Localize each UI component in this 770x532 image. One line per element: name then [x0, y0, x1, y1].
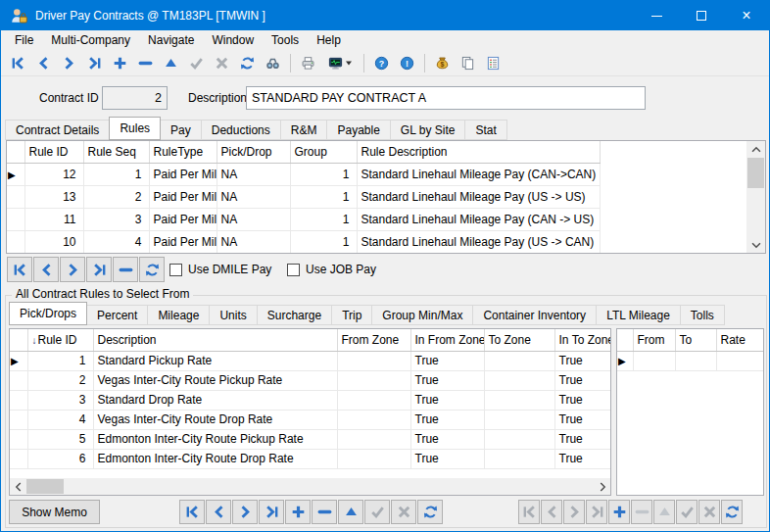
- cell-in-from-zone[interactable]: True: [410, 429, 484, 449]
- next-record-button[interactable]: [57, 51, 81, 74]
- main-tab[interactable]: Payable: [326, 120, 390, 140]
- cell-to[interactable]: [675, 351, 716, 370]
- cell-group[interactable]: 1: [290, 185, 357, 208]
- menu-item[interactable]: Navigate: [139, 31, 203, 49]
- about-button[interactable]: !: [395, 51, 419, 74]
- cell-rule-description[interactable]: Standard Linehaul Mileage Pay (US -> US): [357, 185, 600, 208]
- cell-description[interactable]: Edmonton Inter-City Route Pickup Rate: [93, 429, 337, 449]
- rule-type-tab[interactable]: Mileage: [147, 305, 210, 325]
- col-description[interactable]: Description: [93, 329, 337, 351]
- cell-rule-type[interactable]: Paid Per Mile: [149, 163, 217, 185]
- col-rule-id[interactable]: Rule ID: [24, 141, 83, 163]
- cell-pick-drop[interactable]: NA: [217, 208, 290, 230]
- refresh-button[interactable]: [721, 500, 743, 524]
- rules-delete-button[interactable]: [113, 257, 138, 282]
- cell-in-from-zone[interactable]: True: [410, 390, 484, 410]
- menu-item[interactable]: Multi-Company: [42, 31, 139, 49]
- cell-rule-id[interactable]: 3: [27, 390, 93, 410]
- main-tab[interactable]: Deductions: [201, 120, 281, 140]
- cell-in-to-zone[interactable]: True: [554, 429, 610, 449]
- cell-to-zone[interactable]: [484, 390, 554, 410]
- first-record-button[interactable]: [6, 51, 30, 74]
- cell-in-to-zone[interactable]: True: [554, 449, 610, 468]
- cell-description[interactable]: Vegas Inter-City Route Drop Rate: [93, 410, 337, 429]
- col-group[interactable]: Group: [290, 141, 357, 163]
- rate-grid-row[interactable]: ▶: [617, 351, 763, 370]
- first-button[interactable]: [518, 500, 540, 524]
- cell-group[interactable]: 1: [290, 163, 357, 185]
- use-job-pay-checkbox[interactable]: Use JOB Pay: [287, 263, 376, 276]
- cell-from-zone[interactable]: [337, 370, 410, 390]
- cell-rule-type[interactable]: Paid Per Mile: [149, 208, 217, 230]
- last-button[interactable]: [259, 500, 284, 524]
- cell-rule-id[interactable]: 10: [24, 230, 83, 253]
- cell-from-zone[interactable]: [337, 351, 410, 370]
- print-button[interactable]: [296, 51, 320, 74]
- rules-grid-row[interactable]: ▶ 12 1 Paid Per Mile NA 1 Standard Lineh…: [7, 163, 600, 185]
- cell-rule-description[interactable]: Standard Linehaul Mileage Pay (CAN->CAN): [357, 163, 600, 185]
- cell-in-to-zone[interactable]: True: [554, 410, 610, 429]
- col-rule-type[interactable]: RuleType: [149, 141, 217, 163]
- scrollbar-thumb[interactable]: [26, 479, 64, 494]
- delete-button[interactable]: [312, 500, 337, 524]
- rules-last-button[interactable]: [86, 257, 112, 282]
- help-button[interactable]: ?: [369, 51, 394, 74]
- move-up-button[interactable]: [653, 500, 675, 524]
- col-from[interactable]: From: [633, 329, 675, 351]
- rule-type-tab[interactable]: Percent: [86, 305, 148, 325]
- col-rule-id[interactable]: ↓Rule ID: [27, 329, 93, 351]
- col-from-zone[interactable]: From Zone: [337, 329, 410, 351]
- cell-from-zone[interactable]: [337, 429, 410, 449]
- cell-rule-id[interactable]: 13: [24, 185, 83, 208]
- rule-type-tab[interactable]: Pick/Drops: [9, 302, 87, 325]
- cell-rule-type[interactable]: Paid Per Mile: [149, 185, 217, 208]
- cell-in-from-zone[interactable]: True: [410, 370, 484, 390]
- title-bar[interactable]: Driver Pay Contracts @ TM183PL [TMWIN ]: [1, 1, 769, 30]
- cell-in-to-zone[interactable]: True: [554, 390, 610, 410]
- delete-record-button[interactable]: [133, 51, 158, 74]
- col-pick-drop[interactable]: Pick/Drop: [217, 141, 290, 163]
- scroll-up-button[interactable]: [746, 141, 765, 158]
- menu-item[interactable]: Help: [308, 31, 350, 49]
- col-in-to-zone[interactable]: In To Zone: [554, 329, 610, 351]
- rules-prior-button[interactable]: [33, 257, 59, 282]
- rules-first-button[interactable]: [7, 257, 32, 282]
- find-button[interactable]: [261, 51, 285, 74]
- cell-from-zone[interactable]: [337, 410, 410, 429]
- cancel-button[interactable]: [391, 500, 416, 524]
- contract-rules-row[interactable]: ▶ 1 Standard Pickup Rate True True: [10, 351, 610, 370]
- cell-rule-seq[interactable]: 4: [83, 230, 149, 253]
- rule-type-tab[interactable]: Tolls: [680, 305, 725, 325]
- scroll-down-button[interactable]: [746, 236, 765, 253]
- cell-from[interactable]: [633, 351, 675, 370]
- scroll-left-button[interactable]: [10, 478, 26, 495]
- cell-description[interactable]: Standard Pickup Rate: [93, 351, 337, 370]
- cell-rate[interactable]: [716, 351, 763, 370]
- cell-in-from-zone[interactable]: True: [410, 351, 484, 370]
- menu-item[interactable]: File: [6, 31, 42, 49]
- cell-rule-description[interactable]: Standard Linehaul Mileage Pay (CAN -> US…: [357, 208, 600, 230]
- use-dmile-pay-checkbox[interactable]: Use DMILE Pay: [169, 263, 271, 276]
- cell-rule-seq[interactable]: 3: [83, 208, 149, 230]
- insert-button[interactable]: [285, 500, 311, 524]
- col-rule-seq[interactable]: Rule Seq: [83, 141, 149, 163]
- vertical-scrollbar[interactable]: [746, 141, 765, 253]
- rule-type-tab[interactable]: LTL Mileage: [596, 305, 681, 325]
- cell-pick-drop[interactable]: NA: [217, 230, 290, 253]
- delete-button[interactable]: [631, 500, 652, 524]
- cell-rule-seq[interactable]: 1: [83, 163, 149, 185]
- cell-rule-id[interactable]: 5: [27, 429, 93, 449]
- horizontal-scrollbar[interactable]: [10, 478, 610, 495]
- cell-in-from-zone[interactable]: True: [410, 449, 484, 468]
- cell-description[interactable]: Edmonton Inter-City Route Drop Rate: [93, 449, 337, 468]
- main-tab[interactable]: Stat: [464, 120, 506, 140]
- first-button[interactable]: [179, 500, 205, 524]
- menu-item[interactable]: Tools: [263, 31, 308, 49]
- col-to[interactable]: To: [675, 329, 716, 351]
- cancel-button[interactable]: [698, 500, 720, 524]
- cell-rule-type[interactable]: Paid Per Mile: [149, 230, 217, 253]
- rules-grid-row[interactable]: 11 3 Paid Per Mile NA 1 Standard Linehau…: [7, 208, 600, 230]
- refresh-button[interactable]: [417, 500, 443, 524]
- insert-button[interactable]: [608, 500, 630, 524]
- cell-group[interactable]: 1: [290, 208, 357, 230]
